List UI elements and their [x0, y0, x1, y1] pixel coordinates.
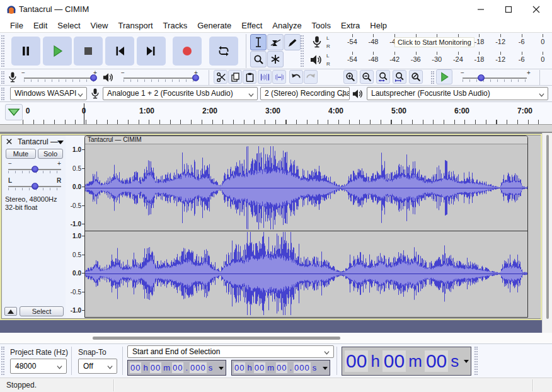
zoom-tool-button[interactable]: [250, 51, 267, 67]
menu-item-generate[interactable]: Generate: [192, 19, 236, 32]
playback-meter-scale[interactable]: -54-48-42-36-30-24-18-12-60: [335, 51, 547, 69]
pause-button[interactable]: [11, 37, 40, 66]
snap-to-select[interactable]: Off: [78, 359, 117, 374]
menu-item-analyze[interactable]: Analyze: [267, 19, 306, 32]
project-rate-select[interactable]: 48000: [10, 359, 67, 374]
position-digits[interactable]: 00: [345, 350, 368, 372]
fit-project-button[interactable]: [393, 70, 406, 84]
pan-thumb[interactable]: [32, 183, 38, 190]
zoom-out-button[interactable]: [360, 70, 374, 84]
maximize-button[interactable]: [495, 0, 522, 19]
zoom-in-button[interactable]: [343, 70, 357, 84]
close-button[interactable]: [523, 0, 549, 19]
playback-device-select[interactable]: Lautsprecher (Focusrite Usb Audio): [367, 87, 548, 100]
selection-end-digits[interactable]: 000: [294, 362, 311, 373]
menu-item-view[interactable]: View: [86, 19, 113, 32]
gain-thumb[interactable]: [32, 166, 38, 173]
meter-scale-number: -24: [453, 38, 463, 45]
time-format-arrow-icon[interactable]: [464, 360, 469, 363]
menu-item-select[interactable]: Select: [52, 19, 85, 32]
mixer-toolbar-grip[interactable]: [1, 71, 4, 84]
play-button[interactable]: [43, 37, 72, 66]
play-at-speed-toolbar-grip[interactable]: [431, 71, 434, 84]
audio-host-select[interactable]: Windows WASAPI: [10, 87, 87, 100]
selection-end-digits[interactable]: 00: [276, 362, 287, 373]
track-close-button[interactable]: [6, 138, 15, 146]
play-at-speed-button[interactable]: [436, 69, 452, 84]
selection-end-digits[interactable]: 00: [234, 362, 245, 373]
track-collapse-button[interactable]: [4, 307, 17, 316]
recording-meter[interactable]: LR -54-48-42-36-30-24-18-12-60 Click to …: [306, 33, 548, 51]
time-format-arrow-icon[interactable]: [219, 367, 224, 370]
playback-meter[interactable]: LR -54-48-42-36-30-24-18-12-60: [306, 51, 548, 69]
audio-position-display[interactable]: 00h00m00s: [342, 347, 471, 376]
recording-device-select[interactable]: Analogue 1 + 2 (Focusrite Usb Audio): [103, 87, 258, 100]
cut-button[interactable]: [214, 70, 227, 84]
minimize-button[interactable]: [468, 0, 494, 19]
selection-start-digits[interactable]: 00: [130, 362, 141, 373]
stop-button[interactable]: [74, 37, 103, 66]
selection-start-digits[interactable]: 00: [150, 362, 161, 373]
recording-volume-slider[interactable]: [24, 78, 96, 79]
play-speed-thumb[interactable]: [478, 74, 485, 81]
menu-item-transport[interactable]: Transport: [113, 19, 158, 32]
menu-item-effect[interactable]: Effect: [236, 19, 267, 32]
transport-toolbar-grip[interactable]: [1, 35, 4, 67]
vertical-scrollbar[interactable]: [542, 133, 552, 333]
audio-clip[interactable]: Tantacrul — CIMIM: [84, 135, 528, 318]
skip-to-end-button[interactable]: [137, 37, 166, 66]
recording-volume-thumb[interactable]: [90, 74, 97, 81]
skip-to-start-button[interactable]: [105, 37, 134, 66]
track-select-button[interactable]: Select: [20, 306, 64, 316]
selection-end-digits[interactable]: 00: [254, 362, 265, 373]
menu-item-tracks[interactable]: Tracks: [158, 19, 193, 32]
menu-item-tools[interactable]: Tools: [307, 19, 336, 32]
track-menu-arrow-icon[interactable]: [57, 141, 64, 144]
waveform-canvas[interactable]: [85, 145, 527, 317]
menu-item-file[interactable]: File: [5, 19, 28, 32]
silence-audio-button[interactable]: [272, 70, 286, 84]
selection-end-time[interactable]: 00h00m00.000s: [231, 360, 330, 376]
redo-button[interactable]: [304, 70, 318, 84]
position-digits[interactable]: 00: [425, 350, 448, 372]
solo-button[interactable]: Solo: [38, 149, 63, 159]
loop-button[interactable]: [209, 37, 238, 66]
copy-button[interactable]: [228, 70, 242, 84]
menu-item-edit[interactable]: Edit: [28, 19, 52, 32]
position-digits[interactable]: 00: [382, 350, 406, 372]
selection-toolbar-grip[interactable]: [1, 347, 4, 375]
selection-start-digits[interactable]: 00: [172, 362, 183, 373]
playback-volume-slider[interactable]: [124, 78, 198, 79]
selection-start-time[interactable]: 00h00m00.000s: [127, 360, 226, 376]
multi-tool-button[interactable]: [267, 51, 284, 67]
undo-button[interactable]: [289, 70, 303, 84]
horizontal-scrollbar-thumb[interactable]: [93, 337, 340, 340]
paste-button[interactable]: [243, 70, 256, 84]
menu-item-extra[interactable]: Extra: [336, 19, 365, 32]
scrub-bar[interactable]: [0, 125, 552, 133]
recording-meter-scale[interactable]: -54-48-42-36-30-24-18-12-60: [335, 33, 547, 51]
record-button[interactable]: [173, 37, 202, 66]
draw-tool-button[interactable]: [284, 34, 301, 50]
envelope-tool-button[interactable]: [267, 34, 284, 50]
zoom-toggle-button[interactable]: [409, 70, 423, 84]
horizontal-scrollbar[interactable]: [0, 333, 552, 343]
fit-selection-button[interactable]: [376, 70, 390, 84]
vertical-scale-ruler[interactable]: 1.00.50.0-0.5-1.01.00.50.0-0.5-1.0: [66, 135, 84, 318]
playback-volume-thumb[interactable]: [192, 74, 199, 81]
recording-channels-select[interactable]: 2 (Stereo) Recording Channels: [260, 87, 350, 100]
time-format-arrow-icon[interactable]: [323, 367, 328, 370]
mute-button[interactable]: Mute: [6, 149, 36, 159]
timeline-ruler[interactable]: 001:002:003:004:005:006:007:00: [0, 102, 552, 125]
meter-toolbar-grip[interactable]: [301, 35, 304, 67]
device-toolbar-grip[interactable]: [1, 88, 4, 100]
vertical-scrollbar-thumb[interactable]: [546, 135, 549, 319]
menu-item-help[interactable]: Help: [365, 19, 392, 32]
play-speed-slider[interactable]: [463, 78, 527, 79]
clip-title-bar[interactable]: Tantacrul — CIMIM: [85, 136, 527, 144]
selection-tool-button[interactable]: [250, 34, 267, 50]
selection-start-digits[interactable]: 000: [190, 362, 207, 373]
selection-mode-select[interactable]: Start and End of Selection: [127, 345, 334, 358]
trim-audio-button[interactable]: [258, 70, 272, 84]
time-toolbar-grip[interactable]: [474, 347, 478, 375]
